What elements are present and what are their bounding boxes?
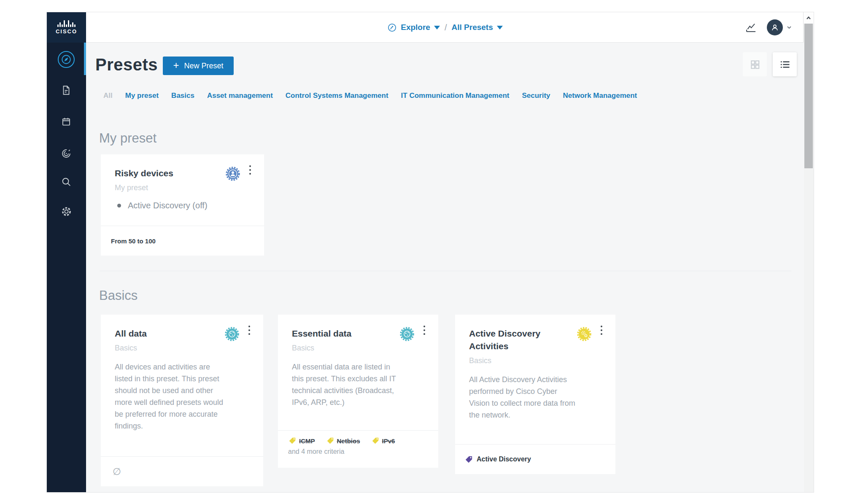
grid-view-button[interactable]	[743, 52, 767, 76]
sidebar: CISCO	[47, 12, 86, 492]
explore-compass-icon	[387, 23, 397, 32]
card-description: All essential data are listed in this pr…	[292, 361, 400, 408]
activity-chart-icon[interactable]	[745, 22, 757, 33]
user-icon	[770, 23, 779, 32]
new-preset-button[interactable]: + New Preset	[163, 57, 234, 75]
globe-badge-icon	[224, 326, 240, 344]
calendar-icon	[61, 116, 72, 127]
card-footer: Active Discovery	[455, 444, 615, 474]
card-subtitle: Basics	[115, 344, 225, 353]
criteria-tags: ICMP Netbios IPv6	[288, 437, 438, 445]
preset-card-risky-devices[interactable]: Risky devices My preset Active Discovery…	[101, 154, 264, 256]
sidebar-item-search[interactable]	[58, 173, 75, 190]
card-description: All devices and activities are listed in…	[115, 361, 225, 432]
card-menu-button[interactable]	[246, 164, 254, 175]
tab-all[interactable]: All	[103, 92, 113, 100]
section-title-basics: Basics	[99, 288, 138, 303]
gear-badge-icon	[576, 326, 592, 344]
cisco-logo-text: CISCO	[56, 28, 77, 35]
criteria-tag: Active Discovery	[455, 445, 615, 474]
list-view-button[interactable]	[773, 52, 797, 76]
criteria-tag: Netbios	[326, 437, 360, 445]
document-icon	[61, 85, 72, 96]
avatar	[767, 19, 783, 35]
card-menu-button[interactable]	[421, 325, 428, 336]
app-window: CISCO	[46, 12, 814, 493]
card-title: Active Discovery Activities	[469, 327, 577, 353]
section-divider	[100, 271, 791, 271]
tab-it-communication-management[interactable]: IT Communication Management	[401, 92, 510, 100]
more-criteria-label: and 4 more criteria	[288, 448, 438, 455]
sidebar-item-settings[interactable]	[58, 203, 75, 220]
chevron-down-icon	[497, 26, 503, 30]
gear-icon	[61, 206, 72, 217]
bullet-dot-icon	[117, 204, 121, 208]
main-content: Presets + New Preset All My p	[86, 43, 804, 493]
breadcrumb-separator: /	[445, 23, 447, 32]
filter-tabs: All My preset Basics Asset management Co…	[103, 92, 637, 100]
cisco-logo: CISCO	[47, 12, 86, 43]
criteria-tag: IPv6	[371, 437, 395, 445]
sidebar-item-explore[interactable]	[58, 51, 75, 68]
grid-icon	[750, 59, 761, 70]
tab-asset-management[interactable]: Asset management	[207, 92, 273, 100]
card-criteria-label: Active Discovery (off)	[128, 201, 208, 210]
card-title: Risky devices	[115, 167, 226, 180]
cisco-logo-bars-icon	[57, 20, 76, 27]
breadcrumb: Explore / All Presets	[86, 12, 804, 43]
search-icon	[61, 176, 72, 187]
user-menu[interactable]	[767, 19, 792, 35]
card-subtitle: Basics	[292, 344, 400, 353]
preset-card-all-data[interactable]: All data Basics All devices and activiti…	[101, 315, 263, 486]
scrollbar-thumb[interactable]	[804, 24, 813, 168]
view-toggles	[743, 52, 797, 76]
user-badge-icon	[225, 166, 241, 183]
tag-icon	[326, 437, 334, 445]
breadcrumb-explore[interactable]: Explore	[387, 23, 440, 32]
tab-my-preset[interactable]: My preset	[125, 92, 159, 100]
page-title: Presets	[95, 55, 158, 74]
list-icon	[779, 59, 791, 70]
risk-range-label: From 50 to 100	[101, 226, 264, 256]
sidebar-item-reports[interactable]	[58, 82, 75, 99]
card-menu-button[interactable]	[245, 325, 253, 336]
compass-icon	[61, 54, 72, 65]
preset-card-active-discovery-activities[interactable]: Active Discovery Activities Basics All A…	[455, 315, 615, 474]
card-title: All data	[115, 327, 225, 340]
card-subtitle: My preset	[115, 183, 226, 192]
globe-badge-icon	[399, 326, 415, 344]
chevron-up-icon	[806, 15, 812, 21]
tab-security[interactable]: Security	[522, 92, 550, 100]
card-subtitle: Basics	[469, 356, 577, 365]
card-footer: From 50 to 100	[101, 226, 264, 256]
criteria-tag: ICMP	[288, 437, 315, 445]
breadcrumb-all-presets[interactable]: All Presets	[452, 23, 503, 32]
tag-icon	[371, 437, 380, 445]
topbar: Explore / All Presets	[86, 12, 804, 43]
card-menu-button[interactable]	[598, 325, 605, 336]
scrollbar-up-button[interactable]	[804, 12, 814, 24]
sidebar-item-events-calendar[interactable]	[58, 113, 75, 130]
card-footer: ICMP Netbios IPv6 and 4 more criteria	[278, 430, 438, 468]
sidebar-item-vulnerabilities[interactable]	[58, 145, 75, 162]
tab-control-systems-management[interactable]: Control Systems Management	[286, 92, 388, 100]
topbar-actions	[745, 12, 792, 43]
chevron-down-icon	[434, 26, 440, 30]
tab-basics[interactable]: Basics	[171, 92, 194, 100]
card-footer: ∅	[101, 456, 263, 486]
tag-icon	[464, 455, 473, 464]
chevron-down-icon	[786, 24, 792, 30]
card-criteria: Active Discovery (off)	[117, 201, 226, 210]
card-title: Essential data	[292, 327, 400, 340]
tag-icon	[288, 437, 297, 445]
preset-card-essential-data[interactable]: Essential data Basics All essential data…	[278, 315, 438, 468]
card-description: All Active Discovery Activities performe…	[469, 374, 577, 421]
tab-network-management[interactable]: Network Management	[563, 92, 637, 100]
empty-set-icon: ∅	[101, 457, 263, 486]
plus-icon: +	[173, 60, 179, 70]
target-icon	[61, 148, 72, 159]
section-title-my-preset: My preset	[99, 131, 156, 146]
scrollbar[interactable]	[803, 12, 814, 492]
